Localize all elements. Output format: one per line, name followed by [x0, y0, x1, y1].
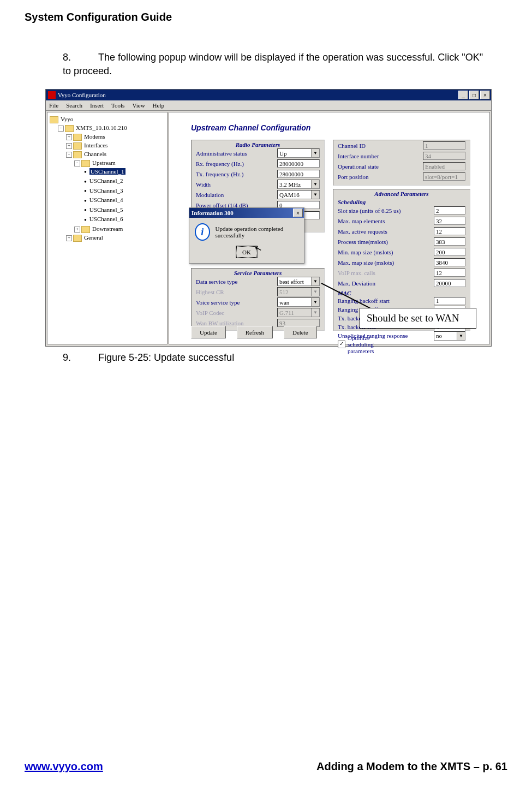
close-button[interactable]: ×: [480, 91, 490, 99]
dialog-close-button[interactable]: ×: [293, 209, 303, 217]
tree-uschannel-1[interactable]: USChannel_1: [82, 167, 166, 176]
delete-button[interactable]: Delete: [284, 326, 317, 338]
tree-uschannel-3[interactable]: USChannel_3: [82, 186, 166, 195]
tree-uschannel-4[interactable]: USChannel_4: [82, 195, 166, 205]
chid-field: 1: [423, 141, 465, 150]
step-9-text: Figure 5-25: Update successful: [98, 352, 234, 363]
rbs-field[interactable]: 1: [434, 297, 465, 305]
maxmap-label: Max. map elements: [338, 218, 434, 224]
codec-label: VoIP Codec: [196, 309, 277, 316]
maxmapsz-label: Max. map size (mslots): [338, 259, 434, 266]
menu-view[interactable]: View: [132, 102, 145, 109]
admin-select[interactable]: Up▼: [277, 148, 320, 158]
info-dialog: Information 300 × i Update operation com…: [189, 207, 304, 264]
voip-label: VoIP max. calls: [338, 270, 434, 276]
minimize-button[interactable]: _: [458, 91, 468, 99]
dst-label: Data service type: [196, 278, 277, 285]
page-header: System Configuration Guide: [25, 11, 507, 23]
tree-xmts[interactable]: -XMTS_10.10.10.210 +Modems +Interfaces -…: [58, 123, 166, 242]
tree-uschannel-5[interactable]: USChannel_5: [82, 205, 166, 215]
dev-field[interactable]: 20000: [434, 279, 465, 287]
opt-label: Optimize scheduling parameters: [348, 335, 374, 354]
tree-pane[interactable]: Vyyo -XMTS_10.10.10.210 +Modems +Interfa…: [47, 112, 168, 344]
tree-downstream[interactable]: +Downstream: [74, 224, 166, 233]
step-9: 9.Figure 5-25: Update successful: [63, 352, 507, 364]
ifnum-label: Interface number: [338, 153, 423, 159]
annotation-text: Should be set to WAN: [367, 312, 459, 324]
tree-channels[interactable]: -Channels -Upstream USChannel_1 USChanne…: [66, 150, 166, 233]
tree-modems[interactable]: +Modems: [66, 132, 166, 141]
minmap-field[interactable]: 200: [434, 248, 465, 256]
slot-field[interactable]: 2: [434, 206, 465, 215]
chevron-down-icon: ▼: [311, 298, 319, 306]
maxmap-field[interactable]: 32: [434, 217, 465, 225]
step-8: 8.The following popup window will be dis…: [63, 51, 494, 78]
menu-tools[interactable]: Tools: [111, 102, 124, 109]
width-select[interactable]: 3.2 MHz▼: [277, 180, 320, 189]
tree-uschannel-2[interactable]: USChannel_2: [82, 176, 166, 186]
step-8-num: 8.: [63, 51, 98, 64]
hcr-select: 512▼: [277, 287, 320, 296]
tree-root[interactable]: Vyyo -XMTS_10.10.10.210 +Modems +Interfa…: [50, 115, 166, 242]
menu-insert[interactable]: Insert: [90, 102, 104, 109]
chevron-down-icon: ▼: [311, 288, 319, 296]
tx-field[interactable]: 28000000: [277, 170, 320, 178]
tree-interfaces[interactable]: +Interfaces: [66, 141, 166, 150]
dst-select[interactable]: best effort▼: [277, 277, 320, 286]
chevron-down-icon: ▼: [311, 308, 319, 317]
tx-label: Tx. frequency (Hz.): [196, 171, 277, 177]
window-title: Vyyo Configuration: [58, 92, 106, 98]
vst-select[interactable]: wan▼: [277, 297, 320, 307]
update-button[interactable]: Update: [191, 326, 226, 338]
wbw-label: Wan BW utilization: [196, 320, 277, 326]
maxact-label: Max. active requests: [338, 228, 434, 235]
slot-label: Slot size (units of 6.25 us): [338, 207, 434, 214]
width-label: Width: [196, 181, 277, 188]
proc-label: Process time(mslots): [338, 239, 434, 245]
admin-label: Administrative status: [196, 150, 277, 157]
dialog-message: Update operation completed successfully: [216, 225, 298, 239]
footer-page: Adding a Modem to the XMTS – p. 61: [316, 760, 507, 773]
tree-upstream[interactable]: -Upstream USChannel_1 USChannel_2 USChan…: [74, 158, 166, 224]
op-field: Enabled: [423, 162, 465, 170]
chevron-down-icon: ▼: [311, 180, 319, 188]
tree-uschannel-6[interactable]: USChannel_6: [82, 215, 166, 224]
chevron-down-icon: ▼: [311, 277, 319, 285]
maxmapsz-field[interactable]: 3840: [434, 258, 465, 266]
mod-label: Modulation: [196, 192, 277, 198]
voip-field: 12: [434, 269, 465, 277]
group-ids: Channel ID1 Interface number34 Operation…: [333, 140, 470, 186]
chevron-down-icon: ▼: [311, 190, 319, 199]
maxact-field[interactable]: 12: [434, 227, 465, 235]
vst-label: Voice service type: [196, 299, 277, 306]
dev-label: Max. Deviation: [338, 280, 434, 287]
chid-label: Channel ID: [338, 142, 423, 149]
proc-field[interactable]: 383: [434, 237, 465, 246]
sched-hdr: Scheduling: [333, 197, 470, 205]
mod-select[interactable]: QAM16▼: [277, 190, 320, 199]
footer-link[interactable]: www.vyyo.com: [25, 760, 103, 773]
rx-field[interactable]: 28000000: [277, 159, 320, 168]
port-label: Port position: [338, 174, 423, 180]
menu-search[interactable]: Search: [66, 102, 82, 109]
opt-checkbox[interactable]: ✓: [338, 341, 345, 348]
menu-help[interactable]: Help: [153, 102, 164, 109]
tree-general[interactable]: +General: [66, 233, 166, 242]
ifnum-field: 34: [423, 152, 465, 160]
svc-title: Service Parameters: [192, 269, 324, 276]
step-9-num: 9.: [63, 352, 98, 364]
app-icon: [48, 91, 56, 99]
chevron-down-icon: ▼: [457, 332, 465, 340]
hcr-label: Highest CR: [196, 289, 277, 295]
rx-label: Rx. frequency (Hz.): [196, 160, 277, 167]
info-icon: i: [195, 223, 210, 241]
op-label: Operational state: [338, 163, 423, 170]
mac-hdr: MAC: [333, 288, 470, 296]
codec-select: G.711▼: [277, 308, 320, 317]
maximize-button[interactable]: □: [469, 91, 479, 99]
chevron-down-icon: ▼: [311, 149, 319, 157]
urr-select[interactable]: no▼: [434, 331, 465, 341]
menu-file[interactable]: File: [49, 102, 58, 109]
refresh-button[interactable]: Refresh: [237, 326, 273, 338]
radio-title: Radio Parameters: [192, 140, 324, 148]
